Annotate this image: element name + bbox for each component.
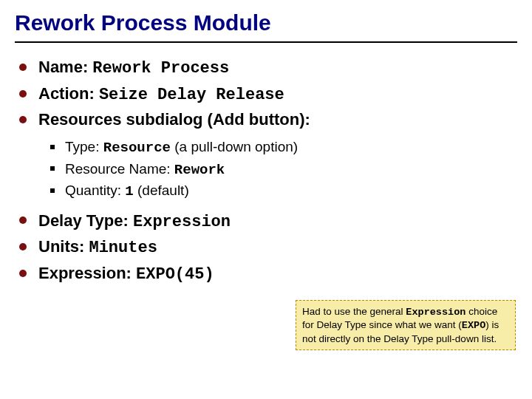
sub-bullet-list: Type: Resource (a pull-down option) Reso…	[19, 137, 517, 202]
label: Expression:	[38, 264, 136, 282]
value: Seize Delay Release	[99, 86, 284, 104]
slide-title: Rework Process Module	[15, 7, 517, 40]
bullet-action: Action: Seize Delay Release	[19, 83, 517, 106]
bullet-name: Name: Rework Process	[19, 56, 517, 80]
label: Resources subdialog (Add button):	[38, 110, 310, 129]
label: Units:	[38, 237, 89, 256]
note-text: Had to use the general	[302, 306, 406, 317]
label: Name:	[38, 58, 92, 76]
bullet-delay-type: Delay Type: Expression	[19, 210, 517, 233]
label: Quantity:	[65, 183, 125, 198]
value: 1	[125, 183, 133, 200]
value: Expression	[133, 213, 231, 231]
value: EXPO(45)	[136, 265, 214, 284]
bullet-resources: Resources subdialog (Add button):	[19, 109, 517, 131]
sub-resource-name: Resource Name: Rework	[50, 159, 517, 181]
sub-type: Type: Resource (a pull-down option)	[50, 137, 517, 159]
label: Resource Name:	[65, 161, 174, 177]
bullet-units: Units: Minutes	[19, 236, 517, 259]
value: Rework Process	[92, 59, 229, 78]
note-code: EXPO	[462, 320, 485, 331]
note-code: Expression	[406, 307, 466, 318]
value: Minutes	[89, 239, 157, 257]
label: Type:	[65, 139, 103, 154]
sub-quantity: Quantity: 1 (default)	[50, 180, 517, 202]
suffix: (a pull-down option)	[171, 139, 298, 154]
label: Delay Type:	[38, 211, 133, 230]
label: Action:	[38, 84, 99, 103]
suffix: (default)	[134, 183, 189, 198]
bullet-list: Name: Rework Process Action: Seize Delay…	[15, 56, 517, 286]
value: Rework	[174, 162, 225, 178]
callout-note: Had to use the general Expression choice…	[296, 300, 516, 350]
title-rule	[15, 41, 517, 43]
bullet-expression: Expression: EXPO(45)	[19, 262, 517, 286]
slide: Rework Process Module Name: Rework Proce…	[0, 0, 532, 399]
value: Resource	[103, 140, 171, 156]
